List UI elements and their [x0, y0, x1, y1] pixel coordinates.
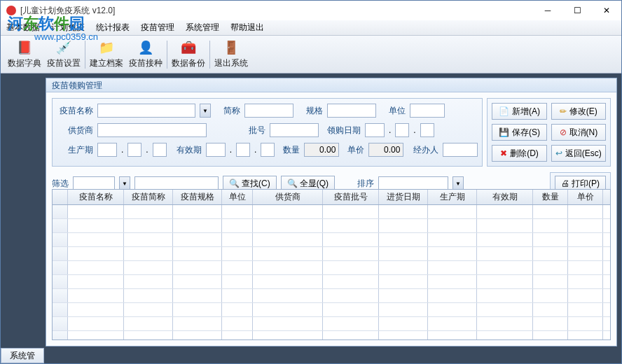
tool-create-record[interactable]: 📁建立档案 [87, 37, 126, 72]
col-selector [53, 190, 68, 204]
table-row[interactable] [53, 233, 610, 247]
col-prod-date[interactable]: 生产期 [428, 190, 477, 204]
tool-backup[interactable]: 🧰数据备份 [169, 37, 208, 72]
input-prod-year[interactable] [97, 143, 117, 157]
table-row[interactable] [53, 317, 610, 331]
label-price: 单价 [343, 144, 364, 156]
input-prod-day[interactable] [153, 143, 167, 157]
input-spec[interactable] [327, 104, 376, 118]
col-price[interactable]: 单价 [568, 190, 603, 204]
cancel-icon: ⊘ [560, 127, 567, 137]
input-buy-day[interactable] [420, 123, 434, 137]
label-qty: 数量 [279, 144, 300, 156]
menu-vaccine[interactable]: 疫苗管理 [141, 22, 174, 34]
table-row[interactable] [53, 303, 610, 317]
action-buttons: 📄新增(A) ✏修改(E) 💾保存(S) ⊘取消(N) ✖删除(D) ↩返回(E… [487, 98, 611, 167]
col-unit[interactable]: 单位 [222, 190, 253, 204]
col-in-date[interactable]: 进货日期 [379, 190, 428, 204]
label-unit: 单位 [380, 105, 406, 117]
col-qty[interactable]: 数量 [533, 190, 568, 204]
input-exp-year[interactable] [206, 143, 226, 157]
input-prod-month[interactable] [127, 143, 141, 157]
back-icon: ↩ [555, 148, 562, 158]
input-operator[interactable] [443, 143, 478, 157]
form-fields: 疫苗名称 ▼ 简称 规格 单位 供货商 批号 [52, 98, 483, 167]
tool-vaccine-setup[interactable]: 💉疫苗设置 [44, 37, 83, 72]
titlebar: [儿童计划免疫系统 v12.0] ─ ☐ ✕ [1, 1, 621, 20]
label-supplier: 供货商 [57, 125, 93, 136]
input-abbr[interactable] [244, 104, 293, 118]
button-delete[interactable]: ✖删除(D) [492, 145, 546, 162]
select-sort-field[interactable] [378, 176, 448, 190]
close-button[interactable]: ✕ [592, 1, 621, 20]
button-edit[interactable]: ✏修改(E) [551, 103, 606, 120]
label-prod-date: 生产期 [57, 144, 93, 156]
bottom-tab-system[interactable]: 系统管 [1, 348, 44, 363]
table-row[interactable] [53, 331, 610, 340]
person-icon: 👤 [137, 39, 154, 56]
input-supplier[interactable] [97, 123, 207, 137]
input-filter-value[interactable] [134, 176, 219, 190]
dropdown-filter-field[interactable]: ▼ [119, 176, 130, 190]
label-sort: 排序 [357, 178, 374, 190]
label-filter: 筛选 [52, 178, 69, 190]
table-row[interactable] [53, 205, 610, 219]
input-buy-year[interactable] [365, 123, 385, 137]
table-row[interactable] [53, 275, 610, 289]
table-row[interactable] [53, 219, 610, 233]
col-spec[interactable]: 疫苗规格 [173, 190, 222, 204]
col-abbr[interactable]: 疫苗简称 [124, 190, 173, 204]
button-add[interactable]: 📄新增(A) [492, 103, 546, 120]
table-row[interactable] [53, 261, 610, 275]
vaccine-icon: 💉 [55, 39, 72, 56]
label-buy-date: 领购日期 [323, 125, 361, 136]
app-icon [6, 6, 16, 15]
menu-help[interactable]: 帮助退出 [230, 22, 264, 34]
save-icon: 💾 [499, 127, 509, 137]
label-spec: 规格 [298, 105, 323, 117]
col-vaccine-name[interactable]: 疫苗名称 [68, 190, 124, 204]
input-vaccine-name[interactable] [97, 104, 195, 118]
workspace: 疫苗领购管理 疫苗名称 ▼ 简称 规格 单位 供货商 [1, 74, 621, 363]
dropdown-sort-field[interactable]: ▼ [452, 176, 464, 190]
tool-exit[interactable]: 🚪退出系统 [212, 37, 251, 72]
printer-icon: 🖨 [561, 178, 569, 188]
edit-icon: ✏ [560, 106, 567, 116]
table-row[interactable] [53, 289, 610, 303]
input-batch[interactable] [270, 123, 319, 137]
menu-reports[interactable]: 统计报表 [96, 22, 130, 34]
grid-body[interactable] [53, 205, 610, 340]
table-row[interactable] [53, 247, 610, 261]
book-icon: 📕 [16, 39, 33, 56]
select-filter-field[interactable] [73, 176, 115, 190]
minimize-button[interactable]: ─ [533, 1, 562, 20]
tool-vaccination[interactable]: 👤疫苗接种 [126, 37, 165, 72]
input-exp-month[interactable] [236, 143, 250, 157]
toolbar: 📕数据字典 💉疫苗设置 📁建立档案 👤疫苗接种 🧰数据备份 🚪退出系统 [1, 36, 621, 74]
button-cancel[interactable]: ⊘取消(N) [551, 124, 606, 141]
button-back[interactable]: ↩返回(Esc) [551, 145, 606, 162]
menu-system[interactable]: 系统管理 [186, 22, 219, 34]
window-title: [儿童计划免疫系统 v12.0] [20, 5, 115, 17]
exit-icon: 🚪 [223, 39, 240, 56]
panel-title: 疫苗领购管理 [46, 78, 616, 92]
input-unit[interactable] [410, 104, 445, 118]
label-exp-date: 有效期 [171, 144, 202, 156]
input-exp-day[interactable] [261, 143, 275, 157]
menu-immunization[interactable]: 计划免疫 [51, 22, 85, 34]
input-qty[interactable] [304, 143, 339, 157]
data-grid[interactable]: 疫苗名称 疫苗简称 疫苗规格 单位 供货商 疫苗批号 进货日期 生产期 有效期 … [52, 189, 611, 340]
menu-basic-data[interactable]: 基本数据 [6, 22, 40, 34]
input-price[interactable] [368, 143, 403, 157]
col-supplier[interactable]: 供货商 [253, 190, 323, 204]
col-batch[interactable]: 疫苗批号 [323, 190, 379, 204]
dropdown-vaccine-name[interactable]: ▼ [200, 104, 211, 118]
tool-data-dict[interactable]: 📕数据字典 [5, 37, 44, 72]
col-exp-date[interactable]: 有效期 [477, 190, 533, 204]
refresh-icon: 🔍 [287, 178, 298, 188]
grid-header: 疫苗名称 疫苗简称 疫苗规格 单位 供货商 疫苗批号 进货日期 生产期 有效期 … [53, 190, 610, 205]
input-buy-month[interactable] [395, 123, 409, 137]
label-vaccine-name: 疫苗名称 [57, 105, 93, 117]
button-save[interactable]: 💾保存(S) [492, 124, 546, 141]
maximize-button[interactable]: ☐ [562, 1, 592, 20]
